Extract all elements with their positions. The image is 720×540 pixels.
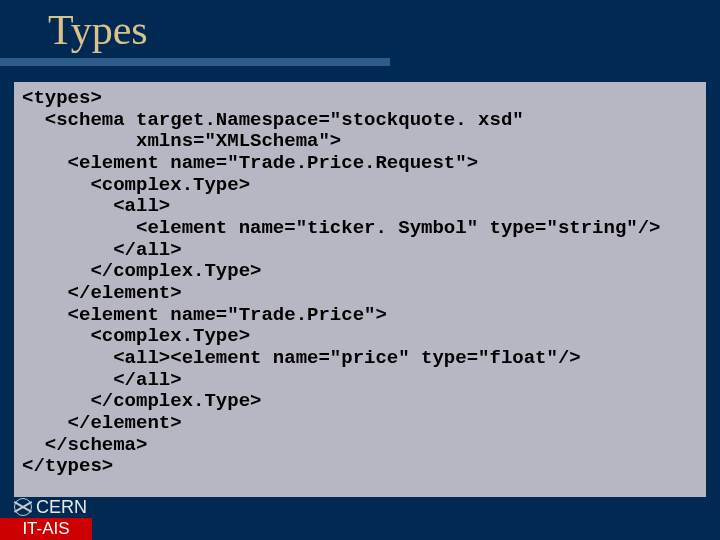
code-block: <types> <schema target.Namespace="stockq…: [14, 82, 706, 497]
slide: Types <types> <schema target.Namespace="…: [0, 0, 720, 540]
slide-title: Types: [48, 6, 148, 54]
footer-dept: IT-AIS: [0, 518, 92, 540]
cern-logo-icon: [14, 498, 32, 516]
footer-org: CERN: [36, 497, 87, 518]
title-underline: [0, 58, 390, 66]
